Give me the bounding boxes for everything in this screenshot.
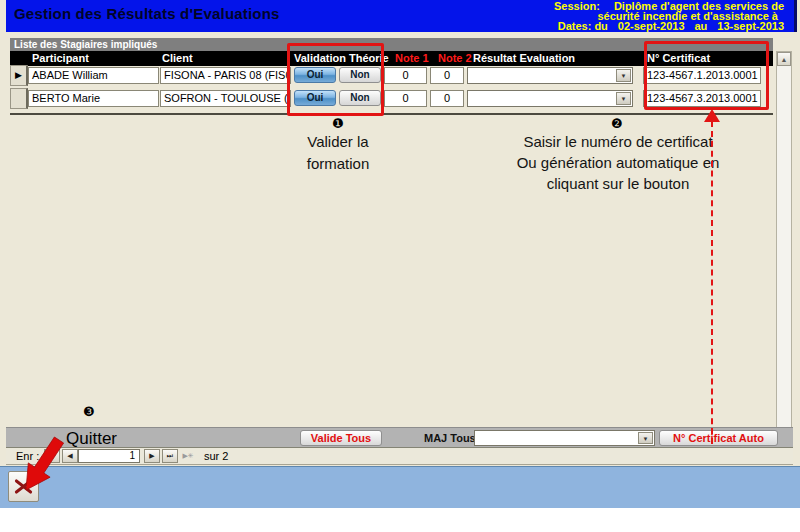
col-note2: Note 2	[438, 52, 472, 64]
col-note1: Note 1	[395, 52, 429, 64]
record-navigator: Enr : ⏮ ◀ 1 ▶ ⏭ ▶✳ sur 2	[6, 448, 793, 465]
dashed-pointer-line	[711, 121, 713, 444]
quitter-label: Quitter	[66, 429, 117, 449]
resultat-evaluation-select[interactable]: ▼	[467, 90, 633, 107]
date-from: 02-sept-2013	[618, 20, 685, 32]
step1-bullet: ❶	[332, 116, 344, 131]
record-number-input[interactable]: 1	[78, 449, 140, 463]
row-selector[interactable]: ▶	[10, 65, 28, 86]
step1-text: Valider la formation	[288, 131, 388, 175]
red-arrow-annotation-icon	[12, 424, 68, 496]
scroll-up-icon[interactable]: ▲	[777, 52, 791, 66]
col-participant: Participant	[32, 52, 89, 64]
row-selector-arrow-icon: ▶	[15, 70, 22, 80]
row-selector[interactable]	[10, 88, 28, 109]
new-record-button[interactable]: ▶✳	[180, 449, 196, 463]
app-window: Gestion des Résultats d'Evaluations Sess…	[0, 0, 800, 532]
record-count-label: sur 2	[204, 450, 228, 462]
vertical-scrollbar[interactable]: ▲ ▼	[776, 51, 792, 448]
title-bar: Gestion des Résultats d'Evaluations Sess…	[6, 0, 797, 32]
next-record-button[interactable]: ▶	[144, 449, 160, 463]
col-resultat-evaluation: Résultat Evaluation	[473, 52, 575, 64]
note1-field[interactable]: 0	[384, 90, 427, 107]
note2-field[interactable]: 0	[430, 90, 464, 107]
client-field[interactable]: SOFRON - TOULOUSE (SOF001)	[160, 90, 291, 107]
dates-au-label: au	[695, 20, 708, 32]
dropdown-arrow-icon[interactable]: ▼	[616, 69, 631, 82]
dates-label: Dates: du	[558, 20, 608, 32]
participant-field[interactable]: ABADE William	[28, 67, 159, 84]
page-title: Gestion des Résultats d'Evaluations	[14, 5, 280, 22]
grid-bottom-line	[10, 113, 773, 115]
annotation-box-validation	[287, 43, 384, 116]
bottom-taskbar	[0, 466, 800, 508]
dropdown-arrow-icon[interactable]: ▼	[638, 432, 653, 444]
session-label: Session:	[554, 0, 600, 12]
client-field[interactable]: FISONA - PARIS 08 (FIS001)	[160, 67, 291, 84]
maj-tous-select[interactable]: ▼	[474, 430, 655, 446]
cert-auto-button[interactable]: N° Certificat Auto	[659, 430, 778, 446]
last-record-button[interactable]: ⏭	[162, 449, 178, 463]
note1-field[interactable]: 0	[384, 67, 427, 84]
step3-bullet: ❸	[83, 404, 95, 419]
valide-tous-button[interactable]: Valide Tous	[300, 430, 382, 446]
step2-bullet: ❷	[611, 116, 623, 131]
session-info: Session:Diplôme d'agent des services de …	[554, 1, 784, 31]
note2-field[interactable]: 0	[430, 67, 464, 84]
annotation-box-certificat	[644, 41, 769, 110]
page-bottom-margin	[0, 508, 800, 532]
resultat-evaluation-select[interactable]: ▼	[467, 67, 633, 84]
step2-text: Saisir le numéro de certificat Ou généra…	[512, 131, 724, 194]
col-client: Client	[162, 52, 193, 64]
dropdown-arrow-icon[interactable]: ▼	[616, 92, 631, 105]
footer-toolbar: Quitter Valide Tous MAJ Tous : ▼ N° Cert…	[6, 427, 793, 448]
date-to: 13-sept-2013	[717, 20, 784, 32]
participant-field[interactable]: BERTO Marie	[28, 90, 159, 107]
